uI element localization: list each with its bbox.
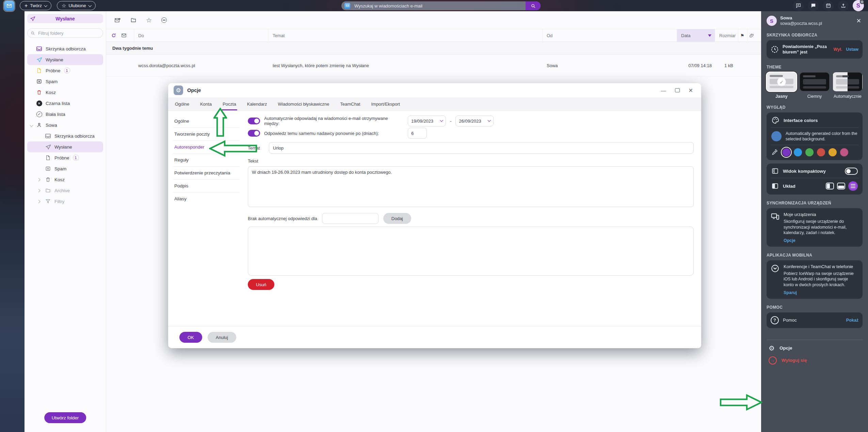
column-size[interactable]: Rozmiar (715, 29, 738, 42)
ok-button[interactable]: OK (179, 332, 202, 343)
column-to[interactable]: Do (134, 29, 269, 42)
section-inbox: SKRZYNKA ODBIORCZA (767, 33, 863, 37)
upload-button[interactable] (838, 0, 849, 11)
column-attachment[interactable] (748, 29, 758, 42)
delete-button[interactable]: Usuń (248, 279, 274, 290)
chevron-right-icon[interactable] (37, 178, 41, 181)
nav-signature[interactable]: Podpis (173, 180, 240, 192)
mail-row[interactable]: wcss.dorota@poczta.wcss.pl test Wysłanyc… (106, 55, 868, 77)
star-icon[interactable]: ☆ (146, 17, 152, 24)
nav-general[interactable]: Ogólne (173, 115, 240, 128)
nav-read-receipt[interactable]: Potwierdzenie przeczytania (173, 167, 240, 180)
tab-calendar[interactable]: Kalendarz (247, 102, 267, 110)
column-flag[interactable]: ⚑ (738, 29, 748, 42)
options-row[interactable]: ⚙ Opcje (767, 340, 863, 352)
color-swatch-pink[interactable] (840, 148, 848, 156)
minimize-button[interactable]: — (661, 88, 666, 93)
color-swatch-purple[interactable] (782, 148, 790, 156)
folder-filter[interactable] (27, 28, 103, 38)
folder-whitelist[interactable]: ✓ Biała lista (27, 109, 103, 120)
auto-color-dot[interactable] (771, 131, 782, 141)
folder-icon[interactable] (130, 17, 136, 23)
block-icon[interactable] (161, 17, 167, 23)
folder-sub-trash[interactable]: Kosz (27, 174, 103, 185)
theme-light[interactable]: ✓ Jasny (767, 72, 797, 99)
tab-instant-messages[interactable]: Wiadomości błyskawiczne (278, 102, 329, 110)
layout-list-button[interactable] (848, 181, 858, 191)
tab-general[interactable]: Ogólne (175, 102, 189, 110)
account-node[interactable]: Sowa (27, 120, 103, 130)
color-swatch-blue[interactable] (794, 148, 802, 156)
subject-input[interactable] (269, 142, 694, 154)
date-from-select[interactable]: 19/09/2023 (408, 115, 446, 126)
mobile-pair-link[interactable]: Sparuj (784, 290, 858, 295)
nav-aliases[interactable]: Aliasy (173, 192, 240, 205)
inbox-icon (36, 46, 42, 52)
theme-auto[interactable]: Automatycznie (833, 72, 863, 99)
folder-sent[interactable]: Wysłane (27, 54, 103, 65)
maximize-button[interactable] (675, 88, 680, 92)
account-avatar[interactable]: S (853, 0, 864, 11)
logout-row[interactable]: → Wyloguj się (767, 352, 863, 365)
compact-view-toggle[interactable] (845, 168, 858, 175)
days-input[interactable] (408, 128, 427, 139)
auto-reply-toggle[interactable] (248, 118, 260, 124)
add-button[interactable]: Dodaj (383, 213, 411, 224)
chevron-right-icon[interactable] (37, 200, 41, 203)
folder-spam[interactable]: Spam (27, 76, 103, 87)
color-swatch-yellow[interactable] (829, 148, 837, 156)
folder-trash[interactable]: Kosz (27, 87, 103, 98)
close-icon[interactable]: ✕ (855, 17, 863, 25)
column-subject[interactable]: Temat (269, 29, 543, 42)
repeat-toggle[interactable] (248, 130, 260, 137)
eyedropper-icon[interactable] (771, 149, 778, 156)
layout-vertical-button[interactable] (826, 183, 834, 189)
folder-sub-drafts[interactable]: Próbne 1 (27, 152, 103, 163)
no-reply-list[interactable] (248, 227, 694, 276)
chevron-down-icon[interactable] (30, 123, 33, 127)
current-folder-header[interactable]: Wysłane (27, 14, 103, 23)
tab-teamchat[interactable]: TeamChat (340, 102, 360, 110)
date-to-select[interactable]: 26/09/2023 (455, 115, 494, 126)
teamchat-button[interactable] (793, 0, 804, 11)
favorites-button[interactable]: ☆ Ulubione (57, 1, 96, 10)
column-date-sorted[interactable]: Data (677, 29, 715, 42)
folder-drafts[interactable]: Próbne 1 (27, 65, 103, 76)
folder-blacklist[interactable]: ✕ Czarna lista (27, 98, 103, 109)
mail-app-icon[interactable] (4, 1, 14, 11)
folder-sub-inbox[interactable]: Skrzynka odbiorcza (27, 130, 103, 141)
layout-horizontal-button[interactable] (837, 183, 845, 189)
folder-filter-input[interactable] (37, 30, 100, 36)
folder-inbox[interactable]: Skrzynka odbiorcza (27, 43, 103, 54)
search-input[interactable] (354, 3, 522, 9)
close-button[interactable]: ✕ (689, 87, 693, 94)
create-button[interactable]: + Twórz (20, 1, 51, 10)
folder-sub-archive[interactable]: Archive (27, 185, 103, 196)
ooo-set-link[interactable]: Ustaw (846, 47, 858, 52)
tab-accounts[interactable]: Konta (200, 102, 212, 110)
column-from[interactable]: Od (543, 29, 677, 42)
nav-mail-composing[interactable]: Tworzenie poczty (173, 128, 240, 141)
color-swatch-red[interactable] (817, 148, 825, 156)
create-folder-button[interactable]: Utwórz folder (44, 412, 86, 423)
calendar-button[interactable] (823, 0, 834, 11)
read-status-icon[interactable] (121, 33, 127, 38)
autoreply-text-input[interactable]: W dniach 19-26.09.2023 mam utrudniony do… (248, 166, 694, 207)
devices-options-link[interactable]: Opcje (784, 238, 858, 243)
folder-sub-filters[interactable]: Filtry (27, 196, 103, 207)
messages-button[interactable] (808, 0, 819, 11)
global-search[interactable] (341, 1, 541, 10)
folder-pane: Wysłane Skrzynka odbiorcza Wysłane Próbn… (25, 11, 106, 432)
tab-import-export[interactable]: Import/Eksport (371, 102, 400, 110)
color-swatch-green[interactable] (805, 148, 814, 156)
no-reply-address-input[interactable] (322, 213, 379, 224)
folder-sub-spam[interactable]: Spam (27, 163, 103, 174)
help-show-link[interactable]: Pokaż (846, 318, 858, 323)
refresh-icon[interactable] (111, 33, 116, 38)
chevron-right-icon[interactable] (37, 189, 41, 192)
new-message-icon[interactable] (114, 17, 121, 24)
folder-sub-sent[interactable]: Wysłane (27, 141, 103, 152)
search-button[interactable] (526, 1, 541, 10)
cancel-button[interactable]: Anuluj (208, 332, 236, 343)
theme-dark[interactable]: Ciemny (800, 72, 830, 99)
